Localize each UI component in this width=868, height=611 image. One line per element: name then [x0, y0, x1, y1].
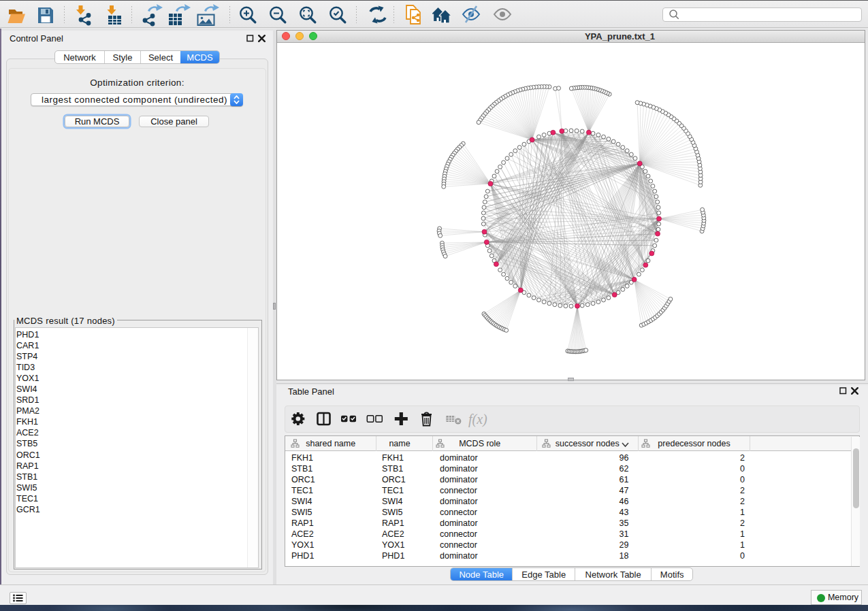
svg-text:f(x): f(x): [468, 412, 487, 427]
